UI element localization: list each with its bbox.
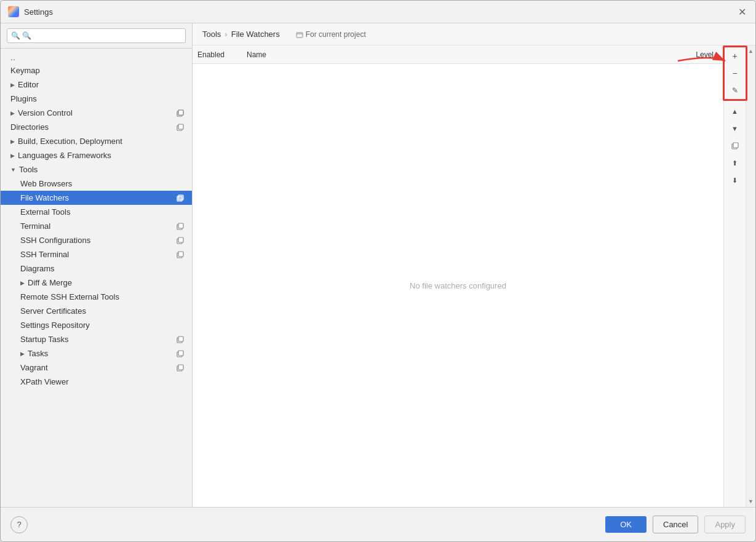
- svg-rect-10: [178, 237, 183, 242]
- copy-icon: [176, 123, 185, 132]
- copy-icon: [176, 349, 185, 358]
- col-level-header: Level: [696, 50, 714, 59]
- sidebar-item-ssh-configurations[interactable]: SSH Configurations: [1, 233, 192, 247]
- copy-icon: [176, 236, 185, 245]
- sidebar-list: .. Keymap Editor Plugins Version Control: [1, 49, 192, 507]
- right-panel: Tools › File Watchers For current projec…: [193, 23, 755, 507]
- table-body: No file watchers configured: [193, 64, 723, 507]
- sidebar-item-keymap[interactable]: Keymap: [1, 63, 192, 78]
- copy-icon: [176, 250, 185, 259]
- sidebar-item-settings-repository[interactable]: Settings Repository: [1, 318, 192, 332]
- sidebar-item-external-tools[interactable]: External Tools: [1, 205, 192, 219]
- sidebar-item-startup-tasks[interactable]: Startup Tasks: [1, 332, 192, 346]
- project-icon: [296, 31, 303, 38]
- apply-button[interactable]: Apply: [704, 516, 746, 533]
- move-up-button[interactable]: ▲: [726, 103, 744, 119]
- project-label: For current project: [296, 30, 366, 39]
- help-button[interactable]: ?: [10, 516, 28, 533]
- copy-watcher-button[interactable]: [726, 138, 744, 154]
- sidebar-item-plugins[interactable]: Plugins: [1, 92, 192, 106]
- svg-rect-14: [178, 337, 183, 341]
- scrollbar: ▲ ▼: [746, 46, 755, 507]
- export-button[interactable]: ⬇: [726, 172, 744, 188]
- sidebar-item-server-certificates[interactable]: Server Certificates: [1, 304, 192, 318]
- search-box: 🔍: [1, 23, 192, 49]
- sidebar-item-xpath-viewer[interactable]: XPath Viewer: [1, 375, 192, 389]
- remove-watcher-button[interactable]: −: [726, 65, 744, 81]
- sidebar-item-editor[interactable]: Editor: [1, 78, 192, 92]
- sidebar-item-terminal[interactable]: Terminal: [1, 219, 192, 233]
- ok-button[interactable]: OK: [605, 516, 647, 533]
- breadcrumb-separator: ›: [225, 30, 227, 39]
- search-wrapper: 🔍: [7, 28, 186, 43]
- empty-message: No file watchers configured: [410, 281, 506, 290]
- title-bar-left: Settings: [8, 6, 53, 17]
- footer: ? OK Cancel Apply: [1, 507, 755, 541]
- table-header: Enabled Name Level: [193, 46, 723, 64]
- title-bar: Settings ✕: [1, 1, 755, 23]
- sidebar: 🔍 .. Keymap Editor Plugins: [1, 23, 193, 507]
- add-watcher-button[interactable]: +: [726, 48, 744, 64]
- edit-watcher-button[interactable]: ✎: [726, 82, 744, 98]
- svg-rect-19: [296, 33, 303, 38]
- window-title: Settings: [24, 7, 53, 17]
- panel-body: Enabled Name Level No file watchers conf…: [193, 46, 755, 507]
- copy-icon: [731, 141, 739, 150]
- sidebar-item-remote-ssh[interactable]: Remote SSH External Tools: [1, 290, 192, 304]
- copy-icon: [176, 335, 185, 344]
- copy-icon: [176, 194, 185, 202]
- breadcrumb-parent: Tools: [202, 30, 221, 39]
- sidebar-item-directories[interactable]: Directories: [1, 120, 192, 134]
- sidebar-item-diagrams[interactable]: Diagrams: [1, 261, 192, 276]
- search-input[interactable]: [7, 28, 186, 43]
- col-name-header: Name: [247, 50, 696, 59]
- svg-rect-18: [178, 365, 183, 370]
- svg-rect-4: [178, 124, 183, 129]
- copy-icon: [176, 222, 185, 231]
- breadcrumb-current: File Watchers: [231, 30, 280, 39]
- sidebar-item-file-watchers[interactable]: File Watchers: [1, 191, 192, 205]
- sidebar-item-vagrant[interactable]: Vagrant: [1, 361, 192, 375]
- copy-icon: [176, 109, 185, 118]
- sidebar-item-languages[interactable]: Languages & Frameworks: [1, 148, 192, 162]
- copy-icon: [176, 364, 185, 372]
- sidebar-item-ssh-terminal[interactable]: SSH Terminal: [1, 247, 192, 261]
- scroll-down-button[interactable]: ▼: [747, 497, 755, 506]
- footer-right: OK Cancel Apply: [605, 516, 746, 533]
- table-area: Enabled Name Level No file watchers conf…: [193, 46, 723, 507]
- svg-rect-22: [733, 143, 738, 148]
- scroll-up-button[interactable]: ▲: [747, 47, 755, 55]
- sidebar-item-version-control[interactable]: Version Control: [1, 106, 192, 120]
- main-content: 🔍 .. Keymap Editor Plugins: [1, 23, 755, 507]
- sidebar-dots[interactable]: ..: [1, 51, 192, 63]
- sidebar-item-build[interactable]: Build, Execution, Deployment: [1, 134, 192, 148]
- app-icon: [8, 6, 19, 17]
- search-icon: 🔍: [11, 31, 20, 40]
- breadcrumb: Tools › File Watchers: [202, 30, 280, 39]
- close-button[interactable]: ✕: [736, 6, 748, 18]
- panel-header: Tools › File Watchers For current projec…: [193, 23, 755, 46]
- sidebar-item-diff-merge[interactable]: Diff & Merge: [1, 276, 192, 290]
- settings-dialog: Settings ✕ 🔍 .. Keymap Editor: [0, 0, 756, 542]
- right-toolbar: + − ✎ ▲ ▼: [723, 46, 746, 507]
- import-button[interactable]: ⬆: [726, 155, 744, 171]
- sidebar-item-web-browsers[interactable]: Web Browsers: [1, 177, 192, 191]
- footer-left: ?: [10, 516, 28, 533]
- col-enabled-header: Enabled: [197, 50, 247, 59]
- svg-rect-12: [178, 252, 183, 257]
- sidebar-item-tasks[interactable]: Tasks: [1, 346, 192, 361]
- move-down-button[interactable]: ▼: [726, 121, 744, 137]
- svg-rect-16: [178, 351, 183, 356]
- svg-rect-6: [178, 195, 183, 200]
- svg-rect-8: [178, 223, 183, 228]
- cancel-button[interactable]: Cancel: [653, 516, 698, 533]
- toolbar-spacer: [734, 100, 735, 102]
- sidebar-item-tools[interactable]: Tools: [1, 162, 192, 177]
- svg-rect-2: [178, 110, 183, 115]
